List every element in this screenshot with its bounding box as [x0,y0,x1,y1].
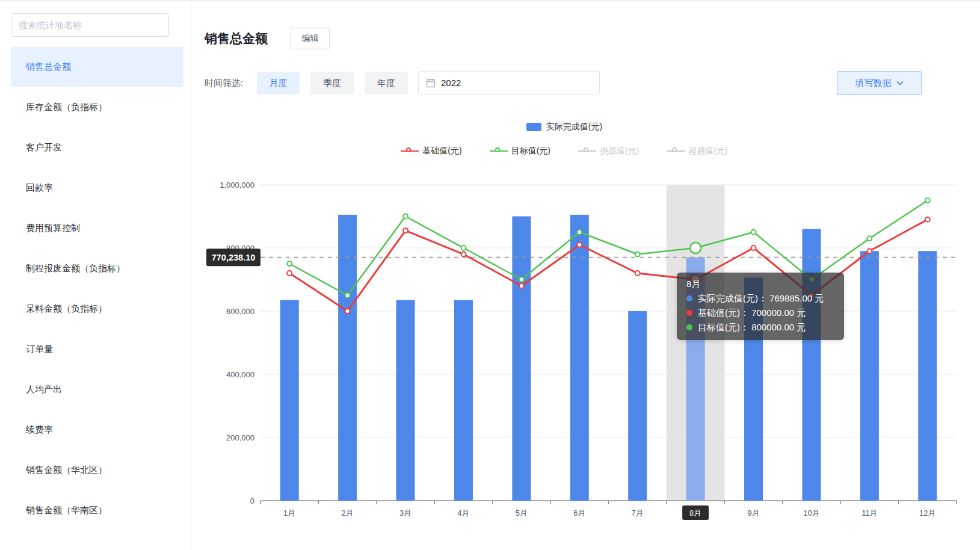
sidebar-item-6[interactable]: 呆料金额（负指标） [11,289,183,329]
chart-text: 8月 [689,508,701,518]
tooltip-row-2: 目标值(元)： 800000.00 元 [686,320,834,335]
point-0-4月[interactable] [461,252,466,257]
legend-item-1[interactable]: 目标值(元) [490,146,550,156]
point-1-4月[interactable] [461,246,466,250]
legend-item-label: 超越值(元) [688,146,727,156]
dashboard-page: 销售总金额库存金额（负指标）客户开发回款率费用预算控制制程报废金额（负指标）呆料… [0,0,980,550]
bar-legend-label: 实际完成值(元) [546,122,602,132]
chart-text: 2月 [342,508,354,518]
bar-10月[interactable] [802,229,821,501]
chart-text: 6月 [573,508,585,518]
sidebar-item-5[interactable]: 制程报废金额（负指标） [11,249,183,289]
sidebar-item-1[interactable]: 库存金额（负指标） [11,87,183,128]
point-1-7月[interactable] [635,252,640,257]
page-title: 销售总金额 [205,30,268,47]
tooltip-series-dot [686,310,692,316]
sidebar-item-9[interactable]: 续费率 [11,410,183,450]
point-0-7月[interactable] [635,271,640,276]
point-0-9月[interactable] [751,246,756,250]
legend-item-0[interactable]: 基础值(元) [401,146,461,156]
chart-text: 0 [250,496,254,505]
tooltip-month: 8月 [686,277,834,291]
chart-text: 600,000 [226,307,254,316]
point-0-11月[interactable] [867,249,872,253]
tooltip-row-text: 基础值(元)： 700000.00 元 [698,306,806,320]
tooltip-row-0: 实际完成值(元)： 769885.00 元 [686,291,834,306]
point-0-3月[interactable] [403,228,408,233]
tooltip-row-1: 基础值(元)： 700000.00 元 [686,306,834,320]
chart-tooltip: 8月 实际完成值(元)： 769885.00 元基础值(元)： 700000.0… [677,273,844,340]
sidebar: 销售总金额库存金额（负指标）客户开发回款率费用预算控制制程报废金额（负指标）呆料… [0,1,191,550]
point-0-12月[interactable] [925,217,930,222]
tooltip-series-dot [686,324,692,330]
chart-area: 0200,000400,000600,000800,0001,000,00077… [199,172,980,533]
point-0-6月[interactable] [577,243,582,247]
calendar-icon [426,78,436,88]
year-picker-value: 2022 [441,78,461,88]
legend-bar-series[interactable]: 实际完成值(元) [199,122,930,132]
search-input[interactable] [11,13,169,37]
bar-7月[interactable] [628,311,647,501]
point-1-6月[interactable] [577,230,582,235]
fill-data-button[interactable]: 填写数据 [837,71,922,95]
bar-legend-swatch [526,123,541,131]
legend-line-marker [401,148,419,154]
tab-monthly[interactable]: 月度 [257,72,300,94]
legend-line-series: 基础值(元)目标值(元)挑战值(元)超越值(元) [199,146,930,156]
chevron-down-icon [896,81,904,85]
sidebar-item-7[interactable]: 订单量 [11,329,183,369]
tooltip-row-text: 实际完成值(元)： 769885.00 元 [698,291,824,306]
point-1-3月[interactable] [403,214,408,219]
bar-11月[interactable] [860,251,879,501]
chart-text: 4月 [457,508,469,518]
sidebar-item-4[interactable]: 费用预算控制 [11,208,183,249]
chart-text: 9月 [747,508,759,518]
sidebar-item-8[interactable]: 人均产出 [11,369,183,410]
legend-item-2[interactable]: 挑战值(元) [578,146,639,156]
sidebar-item-11[interactable]: 销售金额（华南区） [11,490,183,531]
tab-quarterly[interactable]: 季度 [310,72,354,94]
sidebar-item-2[interactable]: 客户开发 [11,128,183,168]
bar-12月[interactable] [918,251,937,501]
point-1-12月[interactable] [925,198,930,203]
fill-data-label: 填写数据 [855,78,892,89]
legend-item-label: 挑战值(元) [600,146,639,156]
time-filter-label: 时间筛选: [205,72,243,94]
chart-text: 1,000,000 [220,181,254,190]
point-1-5月[interactable] [519,277,524,282]
legend-item-label: 目标值(元) [511,146,550,156]
point-1-11月[interactable] [867,236,872,241]
tooltip-row-text: 目标值(元)： 800000.00 元 [698,320,806,335]
legend-line-marker [667,148,685,154]
chart-text: 10月 [803,508,819,518]
year-picker[interactable]: 2022 [418,71,600,94]
sidebar-item-10[interactable]: 销售金额（华北区） [11,450,183,490]
point-1-2月[interactable] [345,293,350,298]
point-0-2月[interactable] [345,309,350,314]
sidebar-item-0[interactable]: 销售总金额 [11,47,183,87]
tab-yearly[interactable]: 年度 [365,72,408,94]
legend-item-label: 基础值(元) [422,146,461,156]
chart-text: 200,000 [226,433,254,442]
point-0-5月[interactable] [519,283,524,288]
sales-chart: 0200,000400,000600,000800,0001,000,00077… [199,172,980,533]
bar-4月[interactable] [454,300,473,501]
bar-5月[interactable] [512,217,531,501]
edit-button[interactable]: 编辑 [291,28,330,49]
bar-1月[interactable] [280,300,299,501]
sidebar-item-3[interactable]: 回款率 [11,168,183,208]
chart-text: 7月 [632,508,644,518]
bar-3月[interactable] [396,300,415,501]
point-0-1月[interactable] [287,271,292,276]
legend-item-3[interactable]: 超越值(元) [667,146,727,156]
tooltip-series-dot [686,295,692,301]
point-1-8月[interactable] [690,243,701,253]
chart-text: 12月 [919,508,935,518]
chart-text: 770,238.10 [212,253,256,262]
legend-line-marker [578,148,596,154]
point-1-1月[interactable] [287,261,292,266]
point-1-9月[interactable] [751,230,756,235]
chart-text: 11月 [861,508,878,518]
chart-text: 1月 [283,508,295,518]
sidebar-list: 销售总金额库存金额（负指标）客户开发回款率费用预算控制制程报废金额（负指标）呆料… [0,47,191,531]
